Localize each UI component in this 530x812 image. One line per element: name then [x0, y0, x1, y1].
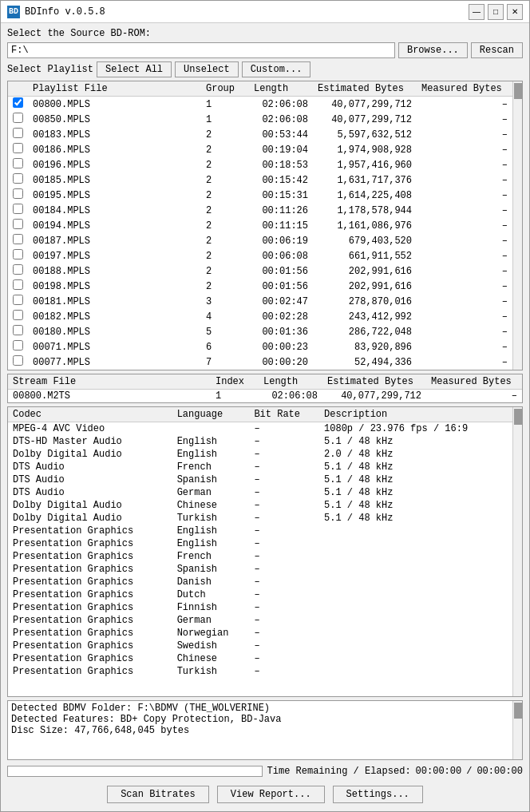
codec-row: Presentation Graphics English – — [8, 537, 512, 550]
codec-bitrate: – — [249, 499, 319, 512]
codec-language: German — [172, 486, 250, 499]
playlist-col-group: Group — [201, 81, 249, 97]
playlist-col-check — [8, 81, 28, 97]
playlist-checkbox[interactable] — [13, 188, 23, 199]
codec-row: DTS-HD Master Audio English – 5.1 / 48 k… — [8, 435, 512, 448]
codec-language: Turkish — [172, 512, 250, 525]
playlist-checkbox[interactable] — [13, 173, 23, 184]
codec-name: DTS Audio — [8, 486, 172, 499]
codec-language: English — [172, 435, 250, 448]
codec-name: Dolby Digital Audio — [8, 499, 172, 512]
source-path-input[interactable] — [7, 42, 395, 58]
playlist-panel: Playlist File Group Length Estimated Byt… — [7, 81, 523, 370]
stream-col-meas: Measured Bytes — [426, 374, 522, 390]
time-remaining: 00:00:00 — [416, 766, 462, 777]
codec-row: Presentation Graphics French – — [8, 550, 512, 563]
source-row: Select the Source BD-ROM: — [7, 28, 523, 39]
playlist-checkbox[interactable] — [13, 325, 23, 335]
codec-bitrate: – — [249, 576, 319, 588]
log-scroll-thumb[interactable] — [514, 703, 522, 719]
playlist-checkbox-cell[interactable] — [8, 294, 28, 309]
codec-col-language: Language — [172, 407, 250, 422]
codec-scrollbar[interactable] — [512, 407, 522, 696]
playlist-checkbox[interactable] — [13, 279, 23, 290]
playlist-checkbox-cell[interactable] — [8, 142, 28, 157]
playlist-meas: – — [417, 97, 512, 113]
playlist-checkbox-cell[interactable] — [8, 248, 28, 263]
playlist-scrollbar[interactable] — [512, 81, 522, 370]
playlist-checkbox[interactable] — [13, 128, 23, 138]
rescan-button[interactable]: Rescan — [471, 42, 523, 58]
playlist-meas: – — [417, 309, 512, 324]
playlist-checkbox[interactable] — [13, 204, 23, 214]
stream-table: Stream File Index Length Estimated Bytes… — [8, 374, 522, 402]
custom-button[interactable]: Custom... — [242, 61, 311, 77]
playlist-checkbox-cell[interactable] — [8, 188, 28, 203]
codec-name: Presentation Graphics — [8, 614, 172, 627]
codec-description — [319, 652, 512, 665]
stream-meas: – — [426, 390, 522, 403]
playlist-checkbox-cell[interactable] — [8, 172, 28, 188]
stream-col-file: Stream File — [8, 374, 211, 390]
scan-bitrates-button[interactable]: Scan Bitrates — [107, 786, 209, 803]
codec-description: 2.0 / 48 kHz — [319, 448, 512, 461]
playlist-row: 00182.MPLS 4 00:02:28 243,412,992 – — [8, 309, 512, 324]
playlist-checkbox-cell[interactable] — [8, 157, 28, 172]
playlist-checkbox[interactable] — [13, 143, 23, 153]
stream-col-est: Estimated Bytes — [322, 374, 426, 390]
playlist-checkbox-cell[interactable] — [8, 112, 28, 127]
unselect-button[interactable]: Unselect — [175, 61, 239, 77]
playlist-checkbox-cell[interactable] — [8, 203, 28, 218]
codec-table-header: Codec Language Bit Rate Description — [8, 407, 512, 422]
codec-description — [319, 563, 512, 576]
playlist-checkbox[interactable] — [13, 295, 23, 305]
playlist-checkbox[interactable] — [13, 340, 23, 351]
playlist-checkbox[interactable] — [13, 158, 23, 168]
playlist-checkbox[interactable] — [13, 310, 23, 320]
log-scrollbar[interactable] — [512, 701, 522, 759]
playlist-meas: – — [417, 279, 512, 294]
codec-description — [319, 550, 512, 563]
codec-bitrate: – — [249, 461, 319, 473]
playlist-table-container: Playlist File Group Length Estimated Byt… — [8, 81, 512, 370]
playlist-checkbox[interactable] — [13, 113, 23, 123]
playlist-checkbox-cell[interactable] — [8, 279, 28, 294]
view-report-button[interactable]: View Report... — [217, 786, 325, 803]
codec-name: Presentation Graphics — [8, 627, 172, 640]
codec-scroll-thumb[interactable] — [514, 409, 522, 425]
playlist-checkbox[interactable] — [13, 249, 23, 259]
maximize-button[interactable]: □ — [488, 4, 504, 20]
codec-bitrate: – — [249, 563, 319, 576]
playlist-checkbox-cell[interactable] — [8, 218, 28, 233]
codec-description: 5.1 / 48 kHz — [319, 486, 512, 499]
close-button[interactable]: ✕ — [507, 4, 523, 20]
playlist-checkbox-cell[interactable] — [8, 324, 28, 339]
playlist-file: 00188.MPLS — [28, 263, 201, 279]
playlist-meas: – — [417, 355, 512, 370]
playlist-checkbox-cell[interactable] — [8, 355, 28, 370]
playlist-checkbox-cell[interactable] — [8, 263, 28, 279]
log-line: Disc Size: 47,766,648,045 bytes — [11, 725, 509, 736]
playlist-checkbox-cell[interactable] — [8, 97, 28, 113]
playlist-checkbox[interactable] — [13, 234, 23, 244]
playlist-checkbox[interactable] — [13, 355, 23, 366]
playlist-checkbox-cell[interactable] — [8, 339, 28, 355]
browse-button[interactable]: Browse... — [398, 42, 468, 58]
playlist-checkbox-cell[interactable] — [8, 127, 28, 142]
playlist-checkbox[interactable] — [13, 219, 23, 229]
playlist-est: 40,077,299,712 — [313, 97, 417, 113]
playlist-est: 661,911,552 — [313, 248, 417, 263]
playlist-scroll-thumb[interactable] — [514, 83, 522, 99]
playlist-checkbox-cell[interactable] — [8, 309, 28, 324]
playlist-checkbox-cell[interactable] — [8, 233, 28, 248]
playlist-checkbox[interactable] — [13, 97, 23, 108]
select-all-button[interactable]: Select All — [97, 61, 172, 77]
playlist-meas: – — [417, 203, 512, 218]
playlist-file: 00195.MPLS — [28, 188, 201, 203]
playlist-label: Select Playlist — [7, 64, 93, 75]
source-label: Select the Source BD-ROM: — [7, 28, 151, 39]
settings-button[interactable]: Settings... — [333, 786, 423, 803]
playlist-est: 202,991,616 — [313, 279, 417, 294]
playlist-checkbox[interactable] — [13, 264, 23, 275]
minimize-button[interactable]: — — [469, 4, 485, 20]
